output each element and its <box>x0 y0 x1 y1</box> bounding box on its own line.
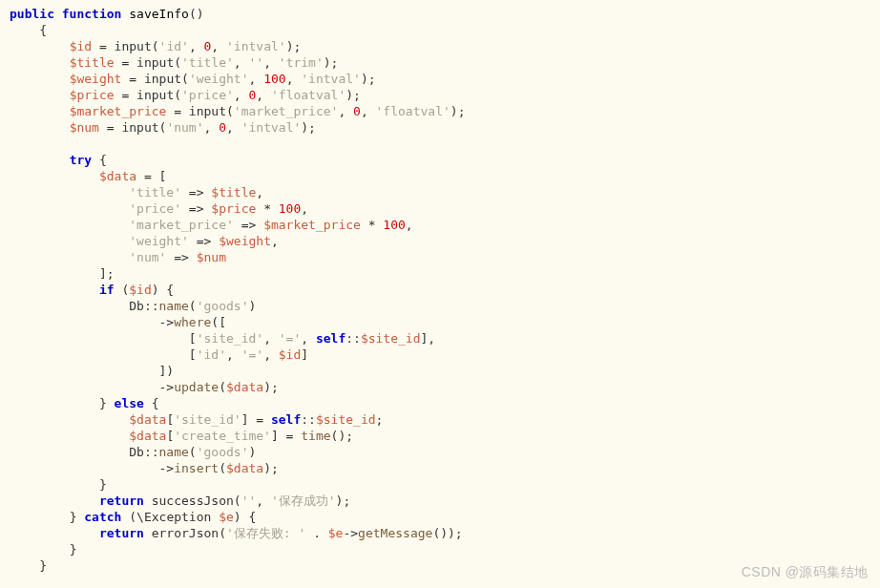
function-name: saveInfo <box>129 7 189 21</box>
keyword: public <box>10 7 54 21</box>
watermark: CSDN @源码集结地 <box>742 564 869 580</box>
keyword: function <box>62 7 122 21</box>
code-block: public function saveInfo() { $id = input… <box>10 6 870 574</box>
